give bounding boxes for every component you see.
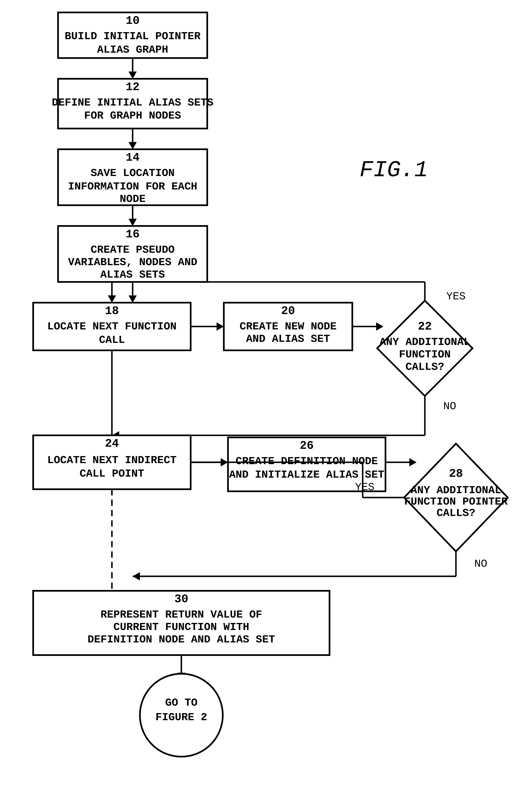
- box18-line2: CALL: [99, 334, 125, 346]
- yes-label-22: YES: [446, 290, 466, 303]
- dia22-line1: ANY ADDITIONAL: [380, 336, 470, 348]
- arrow-18-20: [217, 322, 224, 331]
- box24-num: 24: [105, 437, 119, 450]
- box30-num: 30: [174, 593, 188, 606]
- box12-num: 12: [125, 81, 139, 94]
- arrow-20-22: [376, 322, 383, 331]
- box18-line1: LOCATE NEXT FUNCTION: [47, 320, 177, 333]
- dia22-line3: CALLS?: [405, 361, 444, 373]
- box10-line2: ALIAS GRAPH: [97, 44, 168, 56]
- box10-line1: BUILD INITIAL POINTER: [65, 30, 201, 43]
- box16-num: 16: [125, 228, 139, 241]
- arrow-26-28: [409, 458, 417, 466]
- figure-label: FIG.1: [359, 157, 428, 183]
- arrow-no-28-to-30: [133, 572, 140, 580]
- arrow-yes-22: [108, 295, 116, 303]
- box18-num: 18: [105, 304, 119, 318]
- box16-line1: CREATE PSEUDO: [91, 244, 175, 256]
- no-label-22: NO: [443, 400, 456, 412]
- box24-line2: CALL POINT: [79, 468, 144, 480]
- circle-line1: GO TO: [165, 697, 197, 709]
- box16-line3: ALIAS SETS: [100, 269, 165, 281]
- box12-line1: DEFINE INITIAL ALIAS SETS: [52, 97, 213, 109]
- arrow-12-14: [129, 142, 137, 149]
- box26-num: 26: [300, 439, 313, 452]
- box30-line3: DEFINITION NODE AND ALIAS SET: [88, 634, 275, 646]
- arrow-16-18: [129, 295, 137, 303]
- circle-line2: FIGURE 2: [156, 711, 207, 724]
- box14-line2: INFORMATION FOR EACH: [68, 180, 197, 193]
- no-label-28: NO: [474, 558, 487, 570]
- dia22-line2: FUNCTION: [399, 348, 451, 361]
- box24-line1: LOCATE NEXT INDIRECT: [47, 454, 177, 466]
- box30-line1: REPRESENT RETURN VALUE OF: [101, 609, 262, 621]
- box14-line3: NODE: [120, 193, 146, 205]
- box12-line2: FOR GRAPH NODES: [84, 110, 181, 122]
- dia28-line3: CALLS?: [437, 507, 475, 519]
- box26-line2: AND INITIALIZE ALIAS SET: [229, 469, 384, 481]
- box20-line1: CREATE NEW NODE: [240, 320, 337, 333]
- dia28-line2: FUNCTION POINTER: [404, 496, 508, 508]
- box10-num: 10: [125, 14, 139, 27]
- box20-num: 20: [281, 304, 295, 318]
- arrow-14-16: [129, 219, 137, 226]
- box14-line1: SAVE LOCATION: [91, 167, 175, 179]
- dia22-num: 22: [418, 320, 432, 333]
- dia28-num: 28: [449, 467, 463, 480]
- diagram-container: 10 BUILD INITIAL POINTER ALIAS GRAPH 12 …: [0, 0, 532, 812]
- box20-line2: AND ALIAS SET: [246, 333, 330, 345]
- box16-line2: VARIABLES, NODES AND: [68, 256, 197, 269]
- box14-num: 14: [125, 151, 139, 164]
- arrow-10-12: [129, 72, 137, 79]
- box30-line2: CURRENT FUNCTION WITH: [113, 621, 249, 633]
- dia28-line1: ANY ADDITIONAL: [411, 484, 501, 496]
- yes-label-28: YES: [355, 481, 374, 493]
- box26-line1: CREATE DEFINITION NODE: [236, 455, 378, 467]
